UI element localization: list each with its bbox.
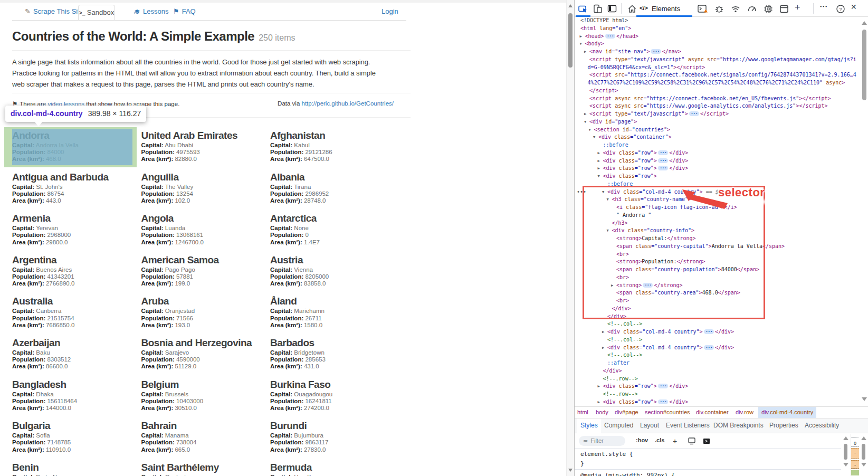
dom-tree-line[interactable]: <!--.col-->	[575, 336, 860, 344]
dom-tree-line[interactable]: </div>	[575, 313, 860, 321]
dom-tree-line[interactable]: d=G-09N5RQCFG4&cx=c&_slc=1"></script>	[575, 64, 860, 72]
dom-tree-line[interactable]: <!DOCTYPE html>	[575, 17, 860, 25]
dom-tree-line[interactable]: </div>	[575, 305, 860, 313]
nav-scrape-this-site[interactable]: ✎Scrape This Site	[25, 7, 83, 15]
issues-icon[interactable]	[714, 4, 724, 14]
device-toolbar-icon[interactable]	[593, 4, 603, 14]
dom-tree-line[interactable]: <span class="country-capital">Andorra la…	[575, 243, 860, 251]
data-source-link[interactable]: http://peric.github.io/GetCountries/	[301, 100, 394, 107]
dom-tree-line[interactable]: ▶<strong>···</strong>	[575, 282, 860, 290]
dom-tree-line[interactable]: ▶<div class="row">···</div>	[575, 149, 860, 157]
country-name: Bahrain	[141, 420, 271, 431]
tree-scroll-down[interactable]	[862, 397, 867, 401]
dom-tree-line[interactable]: <!--.row-->	[575, 375, 860, 383]
network-conditions-icon[interactable]	[730, 4, 741, 14]
dom-tree-line[interactable]: ▶<head>···</head>	[575, 33, 860, 41]
close-icon[interactable]: ✕	[851, 3, 861, 13]
tree-scroll-up[interactable]	[862, 21, 867, 25]
dom-tree-line[interactable]: <script type="text/javascript" async src…	[575, 56, 860, 64]
panel-tab-properties[interactable]: Properties	[769, 422, 798, 429]
dom-tree-line[interactable]: </h3>	[575, 220, 860, 227]
page-scrollbar[interactable]	[566, 0, 574, 476]
scroll-thumb[interactable]	[568, 13, 573, 68]
dom-tree-line[interactable]: ▼<div class="container">	[575, 134, 860, 141]
panel-tab-event-listeners[interactable]: Event Listeners	[666, 422, 710, 429]
tree-scroll-thumb[interactable]	[862, 30, 866, 100]
breadcrumb-item[interactable]: div.container	[696, 409, 729, 415]
dom-tree-line[interactable]: ▼<div id="page">	[575, 118, 860, 126]
nav-tab-sandbox[interactable]: >_ Sandbox	[78, 5, 115, 21]
dom-tree-line[interactable]: <script async src="https://www.google-an…	[575, 102, 860, 110]
tab-elements[interactable]: Elements	[652, 5, 680, 13]
dom-tree-line[interactable]: </div>	[575, 367, 860, 375]
panel-tab-computed[interactable]: Computed	[604, 422, 633, 429]
inspect-icon[interactable]	[578, 4, 588, 14]
dom-tree-line[interactable]: ▼<section id="countries">	[575, 126, 860, 134]
panel-tab-dom-breakpoints[interactable]: DOM Breakpoints	[713, 422, 764, 429]
dom-tree-line[interactable]: <br>	[575, 297, 860, 305]
cls-toggle[interactable]: .cls	[655, 437, 664, 443]
dom-tree-line[interactable]: <strong>Capital:</strong>	[575, 235, 860, 243]
devtools-panel: </> Elements + ⋯	[574, 0, 868, 476]
hov-toggle[interactable]: :hov	[636, 437, 648, 443]
dom-tree-line[interactable]: ::after	[575, 359, 860, 367]
computed-sidebar-toggle-icon[interactable]	[702, 437, 711, 446]
nav-lessons[interactable]: 🎓︎Lessons	[133, 7, 168, 15]
country-card: BurundiCapital: BujumburaPopulation: 986…	[270, 420, 399, 462]
dom-tree-line[interactable]: <!--.row-->	[575, 391, 860, 398]
dom-tree-line[interactable]: ▶<div class="row">···</div>	[575, 157, 860, 165]
breadcrumb-item[interactable]: div#page	[615, 409, 638, 415]
dom-tree-line[interactable]: ▶<div class="row">···</div>	[575, 165, 860, 173]
performance-monitor-icon[interactable]	[763, 4, 774, 14]
help-icon[interactable]: ?	[835, 4, 846, 14]
home-icon[interactable]	[627, 4, 637, 14]
console-icon[interactable]	[697, 4, 708, 14]
breadcrumb-item[interactable]: body	[596, 409, 608, 415]
dom-tree-line[interactable]: ▶<script type="text/javascript">···</scr…	[575, 110, 860, 118]
dom-tree-line[interactable]: <script src="https://connect.facebook.ne…	[575, 71, 860, 79]
dom-tree-line[interactable]: <span class="country-population">84000</…	[575, 266, 860, 274]
nav-faq[interactable]: ⚑FAQ	[173, 7, 196, 15]
styles-filter-input[interactable]: ≂Filter	[579, 436, 625, 446]
dom-tree-line[interactable]: ▶<div class="row">···</div>	[575, 383, 860, 391]
css-rule-selector[interactable]: element.style {	[580, 451, 633, 458]
box-model-content	[851, 470, 859, 475]
dom-tree-line[interactable]: 4%2C77%2C67%2C109%2C59%2C58%2C31%2C96%2C…	[575, 79, 860, 87]
dom-tree-line[interactable]: <!--.col-->	[575, 320, 860, 328]
dom-tree-line[interactable]: <script async src="https://connect.faceb…	[575, 95, 860, 103]
scroll-up-arrow[interactable]	[568, 4, 573, 7]
dom-tree-line[interactable]: ▶<div class="col-md-4 country">···</div>	[575, 328, 860, 336]
dom-tree-line[interactable]: <br>	[575, 251, 860, 259]
dom-tree-line[interactable]: ▼<div class="row">	[575, 173, 860, 180]
panel-tab-accessibility[interactable]: Accessibility	[805, 422, 839, 429]
focus-mode-icon[interactable]	[607, 4, 617, 14]
dom-tree-line[interactable]: <!--.col-->	[575, 351, 860, 359]
breadcrumb-item[interactable]: html	[577, 409, 588, 415]
performance-icon[interactable]	[747, 4, 757, 14]
dom-tree-line[interactable]: ▼<body>	[575, 40, 860, 48]
dom-tree-line[interactable]: ▶<div class="col-md-4 country">···</div>	[575, 344, 860, 352]
panel-tab-layout[interactable]: Layout	[640, 422, 659, 429]
breadcrumb-item[interactable]: section#countries	[645, 409, 690, 415]
element-states-icon[interactable]	[688, 437, 696, 446]
dom-tree-line[interactable]: <span class="country-area">468.0</span>	[575, 289, 860, 297]
country-card: AustraliaCapital: CanberraPopulation: 21…	[12, 296, 141, 337]
dom-tree-line[interactable]: ▶<nav id="site-nav">···</nav>	[575, 48, 860, 56]
new-style-rule-icon[interactable]: +	[673, 437, 677, 445]
breadcrumb-item[interactable]: div.col-md-4.country	[758, 407, 816, 418]
terminal-icon: >_	[79, 10, 85, 16]
dom-tree-line[interactable]: ▼<div class="country-info">	[575, 227, 860, 235]
breadcrumb-item[interactable]: div.row	[736, 409, 753, 415]
add-tab-icon[interactable]: +	[795, 2, 805, 13]
dom-tree-line[interactable]: <br>	[575, 274, 860, 282]
more-icon[interactable]: ⋯	[819, 2, 830, 12]
dom-tree-line[interactable]: <strong>Population:</strong>	[575, 258, 860, 266]
panel-tab-styles[interactable]: Styles	[580, 422, 598, 429]
dom-tree-line[interactable]: <html lang="en">	[575, 25, 860, 33]
dom-tree-line[interactable]: ::before	[575, 141, 860, 149]
dom-tree-line[interactable]: ▶<div class="row">···</div>	[575, 398, 860, 406]
login-link[interactable]: Login	[381, 7, 398, 15]
scroll-down-arrow[interactable]	[568, 469, 573, 472]
application-icon[interactable]	[779, 4, 789, 14]
dom-tree-line[interactable]: </script>	[575, 87, 860, 95]
